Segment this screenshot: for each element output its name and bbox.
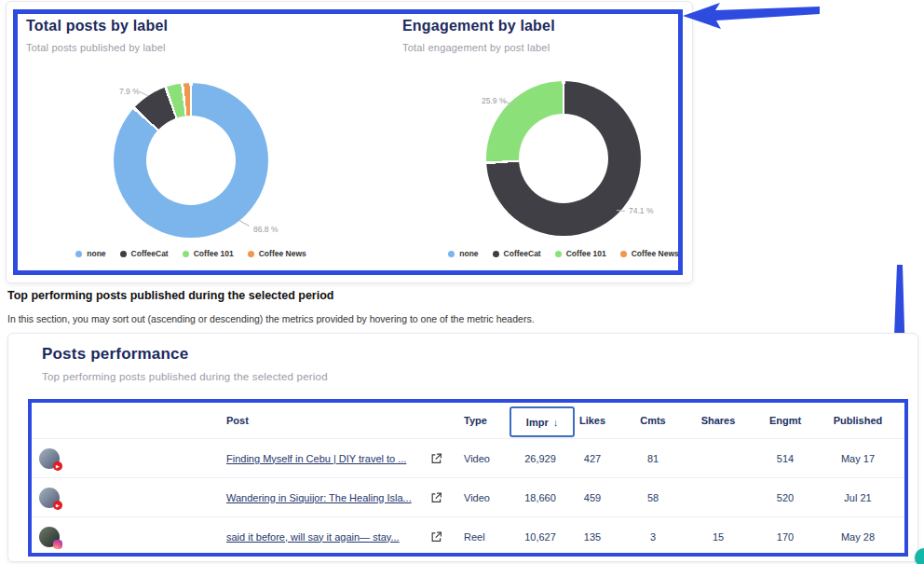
published-date: Jul 21 (821, 492, 895, 503)
column-header-post: Post (226, 415, 249, 426)
posts-performance-title: Posts performance (42, 345, 188, 364)
legend-label: Coffee News (259, 249, 306, 258)
donut-chart-engagement (486, 81, 641, 236)
legend-item: Coffee News (248, 249, 306, 258)
legend-item: Coffee 101 (555, 249, 606, 258)
engagement-value: 514 (757, 453, 813, 464)
external-link-icon[interactable] (430, 452, 442, 464)
legend-dot (248, 251, 254, 257)
column-header-cmts[interactable]: Cmts (625, 415, 681, 426)
pct-label: 7.9 % (119, 87, 140, 96)
engagement-value: 520 (757, 492, 813, 503)
chart1-subtitle: Total posts published by label (26, 42, 166, 53)
legend-label: CoffeeCat (504, 249, 541, 258)
legend-dot (75, 251, 82, 257)
column-header-impr: Impr (526, 417, 549, 428)
legend-item: CoffeeCat (120, 249, 169, 258)
likes-value: 459 (564, 492, 620, 503)
post-link[interactable]: said it before, will say it again— stay.… (226, 531, 400, 543)
legend-item: Coffee News (620, 249, 679, 258)
avatar (39, 527, 60, 547)
sort-desc-icon: ↓ (553, 417, 559, 428)
legend-dot (448, 251, 455, 257)
legend-dot (620, 251, 627, 257)
chart1-legend: none CoffeeCat Coffee 101 Coffee News (51, 249, 331, 258)
annotation-box-table: Post Type Impr ↓ Likes Cmts Shares Engmt… (28, 399, 908, 557)
column-header-likes[interactable]: Likes (564, 415, 620, 426)
legend-dot (183, 251, 189, 257)
pct-label: 86.8 % (253, 225, 278, 234)
callout-line (140, 91, 149, 97)
chart2-legend: none CoffeeCat Coffee 101 Coffee News (424, 249, 703, 258)
pct-label: 25.9 % (482, 96, 506, 105)
legend-item: none (75, 249, 105, 258)
external-link-icon[interactable] (430, 491, 442, 503)
post-type: Reel (464, 531, 485, 543)
floating-action-button[interactable] (915, 548, 924, 564)
donut-chart-total-posts (114, 83, 268, 238)
legend-label: CoffeeCat (131, 249, 169, 258)
column-header-type: Type (464, 415, 487, 426)
avatar (39, 488, 60, 508)
annotation-arrow-left (678, 1, 823, 33)
section-caption: Top performing posts published during th… (7, 289, 333, 302)
post-link[interactable]: Wandering in Siquijor: The Healing Isla.… (226, 492, 412, 503)
comments-value: 81 (625, 453, 681, 464)
comments-value: 3 (625, 531, 681, 543)
column-header-shares[interactable]: Shares (690, 415, 746, 426)
engagement-value: 170 (757, 531, 813, 543)
chart2-subtitle: Total engagement by post label (402, 42, 550, 53)
legend-dot (120, 251, 127, 257)
legend-label: none (87, 249, 105, 258)
post-type: Video (464, 453, 490, 464)
legend-item: CoffeeCat (493, 249, 541, 258)
table-row: said it before, will say it again— stay.… (32, 516, 904, 556)
annotation-box-charts: Total posts by label Total posts publish… (13, 9, 683, 275)
external-link-icon[interactable] (430, 530, 442, 543)
column-header-engmt[interactable]: Engmt (757, 415, 813, 426)
legend-dot (493, 251, 499, 257)
likes-value: 427 (564, 453, 620, 464)
post-link[interactable]: Finding Myself in Cebu | DIY travel to .… (226, 453, 406, 464)
legend-label: Coffee 101 (566, 249, 606, 258)
avatar (39, 448, 60, 469)
table-row: Wandering in Siquijor: The Healing Isla.… (32, 477, 904, 516)
published-date: May 17 (821, 453, 895, 464)
legend-label: Coffee 101 (194, 249, 234, 258)
chart2-title: Engagement by label (402, 18, 555, 34)
shares-value: 15 (690, 531, 746, 543)
column-header-published[interactable]: Published (821, 415, 895, 426)
published-date: May 28 (821, 531, 895, 543)
legend-label: Coffee News (632, 249, 679, 258)
comments-value: 58 (625, 492, 681, 503)
table-row: Finding Myself in Cebu | DIY travel to .… (32, 438, 904, 477)
legend-dot (555, 251, 562, 257)
likes-value: 135 (564, 531, 620, 543)
pct-label: 74.1 % (629, 206, 653, 215)
legend-label: none (459, 249, 478, 258)
posts-performance-subtitle: Top performing posts published during th… (42, 371, 328, 382)
legend-item: none (448, 249, 478, 258)
callout-line (239, 220, 250, 227)
section-hint: In this section, you may sort out (ascen… (7, 313, 535, 324)
chart1-title: Total posts by label (26, 18, 168, 34)
post-type: Video (464, 492, 490, 503)
legend-item: Coffee 101 (183, 249, 234, 258)
table-header-row: Post Type Impr ↓ Likes Cmts Shares Engmt… (32, 403, 904, 438)
